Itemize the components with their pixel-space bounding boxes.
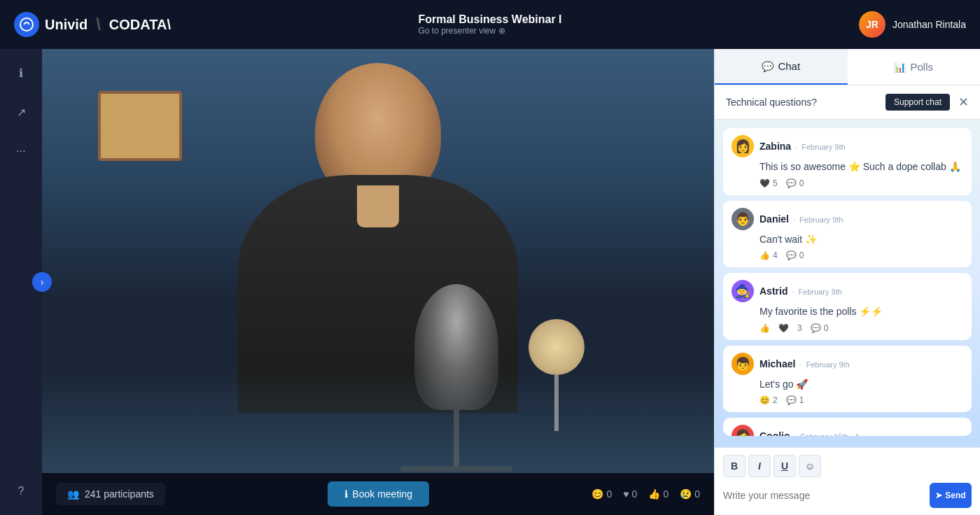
- reaction-comment[interactable]: 💬 0: [786, 178, 804, 188]
- webinar-title: Formal Business Webinar I: [418, 13, 561, 26]
- tab-polls[interactable]: 📊 Polls: [848, 49, 981, 85]
- underline-button[interactable]: U: [774, 455, 796, 477]
- list-item: 👨 Daniel · February 9th Can't wait ✨ 👍 4…: [723, 201, 972, 268]
- reaction-count: 3: [797, 323, 802, 333]
- message-author: Zabina: [760, 141, 791, 152]
- message-header: 🧙 Astrid · February 9th: [732, 280, 963, 302]
- message-header: 👩 Zabina · February 9th: [732, 135, 963, 157]
- chat-header-title: Technical questions?: [726, 97, 817, 108]
- send-icon: ➤: [935, 491, 942, 500]
- message-meta: Astrid · February 9th: [760, 285, 842, 297]
- bold-button[interactable]: B: [723, 455, 746, 477]
- message-meta: Coolio · February 16th ✓: [760, 430, 860, 436]
- reaction-heart[interactable]: 🖤 5: [760, 178, 778, 188]
- microphone: [400, 284, 512, 459]
- reaction-comment[interactable]: 💬 0: [786, 251, 804, 260]
- chat-tab-icon: 💬: [762, 61, 774, 72]
- message-header: 👦 Michael · February 9th: [732, 353, 963, 375]
- more-icon[interactable]: ···: [8, 139, 34, 164]
- reaction-comment[interactable]: 💬 0: [811, 323, 829, 333]
- book-meeting-button[interactable]: ℹ Book meeting: [328, 481, 429, 507]
- logo-separator: \: [96, 15, 101, 34]
- message-meta: Michael · February 9th: [760, 358, 850, 369]
- avatar: 👦: [732, 353, 754, 375]
- share-icon[interactable]: ↗: [8, 99, 34, 125]
- help-icon[interactable]: ?: [8, 479, 34, 504]
- header-right: JR Jonathan Rintala: [859, 11, 966, 38]
- main-layout: ℹ ↗ ··· › ?: [0, 49, 980, 515]
- presenter-view-link[interactable]: Go to presenter view ⊕: [418, 26, 561, 36]
- header-center: Formal Business Webinar I Go to presente…: [418, 13, 561, 36]
- chat-header: Technical questions? Support chat ✕: [715, 85, 980, 120]
- emoji-button[interactable]: ☺: [799, 455, 821, 477]
- message-header: 👨 Daniel · February 9th: [732, 208, 963, 230]
- logo: Univid \ CODATA\: [14, 12, 171, 37]
- reaction-comment[interactable]: 💬 1: [786, 395, 804, 405]
- expand-sidebar-button[interactable]: ›: [32, 272, 52, 292]
- message-text: Can't wait ✨: [760, 233, 963, 247]
- reaction-smiley[interactable]: 😊0: [592, 488, 612, 500]
- video-main: [42, 49, 714, 473]
- message-reactions: 🖤 5 💬 0: [760, 178, 963, 188]
- left-sidebar: ℹ ↗ ··· › ?: [0, 49, 42, 515]
- reactions-bar: 😊0 ♥0 👍0 😢0: [592, 488, 700, 500]
- message-reactions: 👍 🖤 3 💬 0: [760, 323, 963, 333]
- book-meeting-icon: ℹ: [344, 488, 348, 500]
- avatar: 👩: [732, 425, 754, 436]
- chat-header-actions: Support chat ✕: [886, 94, 969, 111]
- message-author: Daniel: [760, 213, 789, 225]
- info-icon[interactable]: ℹ: [8, 60, 34, 85]
- message-reactions: 👍 4 💬 0: [760, 251, 963, 260]
- input-toolbar: B I U ☺: [723, 455, 972, 477]
- video-toolbar: 👥 241 participants ℹ Book meeting 😊0 ♥0 …: [42, 473, 714, 515]
- support-chat-button[interactable]: Support chat: [886, 94, 950, 111]
- avatar: 🧙: [732, 280, 754, 302]
- message-input[interactable]: [723, 490, 924, 501]
- reaction-thumbsup[interactable]: 👍 4: [760, 251, 778, 260]
- message-author: Michael: [760, 358, 795, 369]
- reaction-thumbs-up[interactable]: 👍0: [648, 488, 668, 500]
- message-header: 👩 Coolio · February 16th ✓: [732, 425, 963, 436]
- message-date: February 9th: [799, 288, 842, 296]
- message-author: Coolio: [760, 430, 790, 436]
- polls-tab-icon: 📊: [894, 62, 906, 73]
- tab-polls-label: Polls: [910, 61, 933, 73]
- list-item: 👩 Coolio · February 16th ✓: [723, 418, 972, 436]
- participants-count: 👥 241 participants: [56, 483, 165, 505]
- participants-icon: 👥: [67, 488, 79, 500]
- reaction-heart[interactable]: ♥0: [623, 488, 637, 500]
- reaction-sad[interactable]: 😢0: [680, 488, 700, 500]
- chat-panel: 💬 Chat 📊 Polls Technical questions? Supp…: [714, 49, 980, 515]
- reaction-thumbsup[interactable]: 👍: [760, 323, 770, 333]
- avatar: 👨: [732, 208, 754, 230]
- message-text: My favorite is the polls ⚡⚡: [760, 305, 963, 319]
- message-reactions: 😊 2 💬 1: [760, 395, 963, 405]
- message-date: February 9th: [806, 360, 849, 369]
- message-author: Astrid: [760, 285, 788, 297]
- avatar: JR: [859, 11, 886, 38]
- input-row: ➤ Send: [723, 483, 972, 508]
- message-text: Let's go 🚀: [760, 378, 963, 392]
- logo-icon: [14, 12, 39, 37]
- list-item: 👩 Zabina · February 9th This is so aweso…: [723, 128, 972, 195]
- logo-text: Univid: [45, 17, 88, 33]
- lamp: [539, 319, 574, 431]
- tab-chat-label: Chat: [778, 60, 800, 72]
- chat-input-area: B I U ☺ ➤ Send: [715, 447, 980, 515]
- close-button[interactable]: ✕: [958, 94, 969, 110]
- reaction-heart[interactable]: 🖤: [778, 323, 789, 333]
- avatar: 👩: [732, 135, 754, 157]
- picture-frame: [98, 91, 182, 161]
- reaction-smiley[interactable]: 😊 2: [760, 395, 778, 405]
- send-button[interactable]: ➤ Send: [930, 483, 972, 508]
- list-item: 👦 Michael · February 9th Let's go 🚀 😊 2 …: [723, 346, 972, 413]
- message-date: February 16th: [801, 432, 848, 436]
- presenter-view-icon: ⊕: [498, 26, 505, 36]
- italic-button[interactable]: I: [748, 455, 771, 477]
- svg-point-0: [20, 18, 33, 31]
- video-container: 👥 241 participants ℹ Book meeting 😊0 ♥0 …: [42, 49, 714, 515]
- company-name: CODATA\: [109, 17, 171, 33]
- list-item: 🧙 Astrid · February 9th My favorite is t…: [723, 273, 972, 340]
- user-name: Jonathan Rintala: [892, 19, 966, 30]
- tab-chat[interactable]: 💬 Chat: [715, 49, 848, 85]
